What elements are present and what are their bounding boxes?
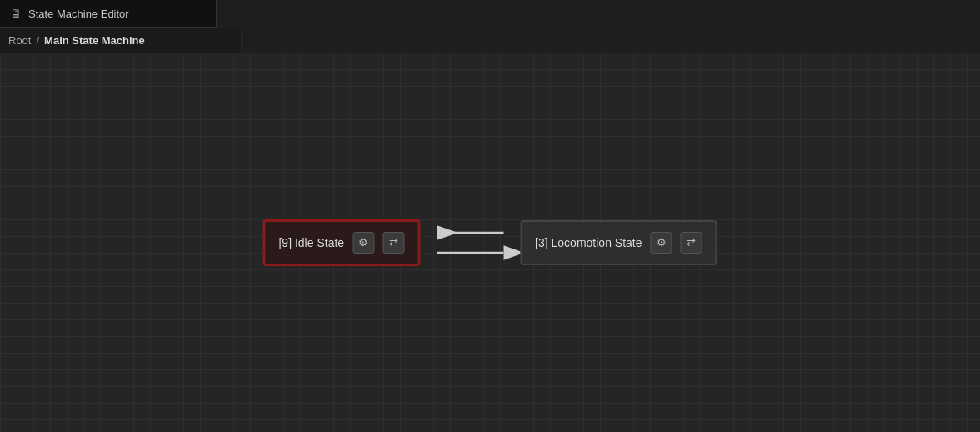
breadcrumb-current[interactable]: Main State Machine (44, 34, 145, 47)
idle-state-node[interactable]: [9] Idle State ⚙ ⇄ (262, 219, 420, 266)
title-bar: 🖥 State Machine Editor (0, 0, 217, 28)
monitor-icon: 🖥 (10, 7, 22, 20)
swap-icon: ⇄ (389, 236, 398, 249)
locomotion-state-swap-button[interactable]: ⇄ (681, 232, 702, 254)
transition-arrows (420, 209, 520, 276)
canvas: [9] Idle State ⚙ ⇄ (0, 53, 980, 432)
gear-icon: ⚙ (657, 236, 667, 249)
nodes-area: [9] Idle State ⚙ ⇄ (262, 209, 717, 276)
app-title: State Machine Editor (28, 8, 129, 20)
breadcrumb-bar: Root / Main State Machine (0, 28, 242, 53)
idle-state-gear-button[interactable]: ⚙ (352, 232, 374, 254)
idle-state-swap-button[interactable]: ⇄ (382, 232, 404, 254)
arrows-container (420, 209, 520, 276)
locomotion-state-label: [3] Locomotion State (535, 236, 642, 249)
locomotion-state-gear-button[interactable]: ⚙ (651, 232, 672, 254)
breadcrumb-separator: / (36, 34, 39, 47)
idle-state-label: [9] Idle State (278, 236, 344, 249)
breadcrumb-root[interactable]: Root (8, 34, 31, 47)
swap-icon: ⇄ (687, 236, 696, 249)
gear-icon: ⚙ (358, 236, 368, 249)
locomotion-state-node[interactable]: [3] Locomotion State ⚙ ⇄ (520, 220, 717, 265)
